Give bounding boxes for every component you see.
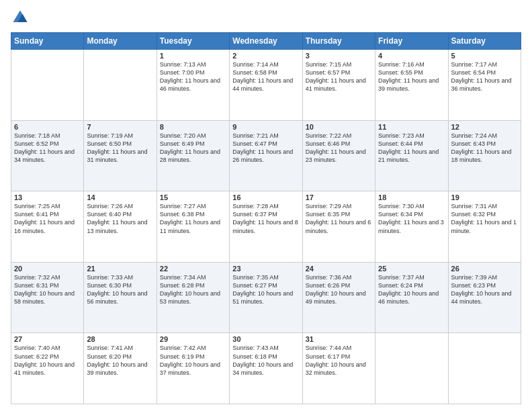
calendar-cell: 21Sunrise: 7:33 AM Sunset: 6:30 PM Dayli…	[84, 262, 157, 333]
day-number: 29	[160, 335, 226, 343]
calendar-page: SundayMondayTuesdayWednesdayThursdayFrid…	[0, 0, 532, 411]
calendar-cell: 25Sunrise: 7:37 AM Sunset: 6:24 PM Dayli…	[375, 262, 448, 333]
day-info: Sunrise: 7:24 AM Sunset: 6:43 PM Dayligh…	[451, 132, 518, 165]
calendar-cell: 29Sunrise: 7:42 AM Sunset: 6:19 PM Dayli…	[157, 333, 229, 404]
day-number: 3	[306, 52, 372, 60]
day-number: 9	[232, 123, 299, 131]
day-info: Sunrise: 7:28 AM Sunset: 6:37 PM Dayligh…	[232, 202, 299, 235]
calendar-cell: 16Sunrise: 7:28 AM Sunset: 6:37 PM Dayli…	[230, 191, 302, 263]
day-number: 2	[232, 52, 299, 60]
day-header-saturday: Saturday	[448, 33, 521, 50]
day-number: 16	[232, 193, 299, 201]
calendar-cell	[84, 50, 157, 121]
day-number: 17	[306, 193, 372, 201]
logo	[11, 8, 32, 27]
calendar-cell: 2Sunrise: 7:14 AM Sunset: 6:58 PM Daylig…	[230, 50, 302, 121]
day-header-monday: Monday	[84, 33, 157, 50]
calendar-week-row: 6Sunrise: 7:18 AM Sunset: 6:52 PM Daylig…	[11, 120, 521, 191]
day-number: 22	[160, 265, 226, 273]
day-number: 7	[87, 123, 153, 131]
day-header-tuesday: Tuesday	[157, 33, 229, 50]
day-info: Sunrise: 7:34 AM Sunset: 6:28 PM Dayligh…	[160, 273, 226, 306]
day-number: 4	[378, 52, 445, 60]
day-number: 19	[451, 193, 518, 201]
day-number: 30	[232, 335, 299, 343]
day-number: 28	[87, 335, 153, 343]
day-info: Sunrise: 7:33 AM Sunset: 6:30 PM Dayligh…	[87, 273, 153, 306]
day-number: 27	[14, 335, 81, 343]
calendar-cell: 6Sunrise: 7:18 AM Sunset: 6:52 PM Daylig…	[11, 120, 84, 191]
calendar-cell: 24Sunrise: 7:36 AM Sunset: 6:26 PM Dayli…	[302, 262, 375, 333]
day-number: 26	[451, 265, 518, 273]
day-info: Sunrise: 7:43 AM Sunset: 6:18 PM Dayligh…	[232, 344, 299, 377]
day-info: Sunrise: 7:20 AM Sunset: 6:49 PM Dayligh…	[160, 132, 226, 165]
calendar-cell: 22Sunrise: 7:34 AM Sunset: 6:28 PM Dayli…	[157, 262, 229, 333]
day-info: Sunrise: 7:31 AM Sunset: 6:32 PM Dayligh…	[451, 202, 518, 235]
calendar-cell: 13Sunrise: 7:25 AM Sunset: 6:41 PM Dayli…	[11, 191, 84, 263]
day-info: Sunrise: 7:23 AM Sunset: 6:44 PM Dayligh…	[378, 132, 445, 165]
calendar-cell: 11Sunrise: 7:23 AM Sunset: 6:44 PM Dayli…	[375, 120, 448, 191]
day-info: Sunrise: 7:22 AM Sunset: 6:46 PM Dayligh…	[306, 132, 372, 165]
calendar-cell: 27Sunrise: 7:40 AM Sunset: 6:22 PM Dayli…	[11, 333, 84, 404]
day-number: 31	[306, 335, 372, 343]
day-info: Sunrise: 7:13 AM Sunset: 7:00 PM Dayligh…	[160, 60, 226, 93]
day-number: 1	[160, 52, 226, 60]
calendar-cell: 30Sunrise: 7:43 AM Sunset: 6:18 PM Dayli…	[230, 333, 302, 404]
calendar-cell: 3Sunrise: 7:15 AM Sunset: 6:57 PM Daylig…	[302, 50, 375, 121]
calendar-cell: 20Sunrise: 7:32 AM Sunset: 6:31 PM Dayli…	[11, 262, 84, 333]
calendar-cell: 31Sunrise: 7:44 AM Sunset: 6:17 PM Dayli…	[302, 333, 375, 404]
calendar-cell: 1Sunrise: 7:13 AM Sunset: 7:00 PM Daylig…	[157, 50, 229, 121]
day-number: 13	[14, 193, 81, 201]
day-info: Sunrise: 7:39 AM Sunset: 6:23 PM Dayligh…	[451, 273, 518, 306]
day-info: Sunrise: 7:44 AM Sunset: 6:17 PM Dayligh…	[306, 344, 372, 377]
calendar-cell: 4Sunrise: 7:16 AM Sunset: 6:55 PM Daylig…	[375, 50, 448, 121]
calendar-cell: 9Sunrise: 7:21 AM Sunset: 6:47 PM Daylig…	[230, 120, 302, 191]
calendar-cell	[11, 50, 84, 121]
header	[11, 8, 521, 27]
calendar-cell: 19Sunrise: 7:31 AM Sunset: 6:32 PM Dayli…	[448, 191, 521, 263]
calendar-week-row: 13Sunrise: 7:25 AM Sunset: 6:41 PM Dayli…	[11, 191, 521, 263]
calendar-cell: 5Sunrise: 7:17 AM Sunset: 6:54 PM Daylig…	[448, 50, 521, 121]
day-info: Sunrise: 7:14 AM Sunset: 6:58 PM Dayligh…	[232, 60, 299, 93]
day-info: Sunrise: 7:17 AM Sunset: 6:54 PM Dayligh…	[451, 60, 518, 93]
day-info: Sunrise: 7:27 AM Sunset: 6:38 PM Dayligh…	[160, 202, 226, 235]
calendar-week-row: 27Sunrise: 7:40 AM Sunset: 6:22 PM Dayli…	[11, 333, 521, 404]
day-number: 21	[87, 265, 153, 273]
day-header-thursday: Thursday	[302, 33, 375, 50]
day-info: Sunrise: 7:42 AM Sunset: 6:19 PM Dayligh…	[160, 344, 226, 377]
day-info: Sunrise: 7:16 AM Sunset: 6:55 PM Dayligh…	[378, 60, 445, 93]
day-header-wednesday: Wednesday	[230, 33, 302, 50]
day-info: Sunrise: 7:19 AM Sunset: 6:50 PM Dayligh…	[87, 132, 153, 165]
calendar-cell: 23Sunrise: 7:35 AM Sunset: 6:27 PM Dayli…	[230, 262, 302, 333]
day-number: 18	[378, 193, 445, 201]
day-info: Sunrise: 7:15 AM Sunset: 6:57 PM Dayligh…	[306, 60, 372, 93]
calendar-table: SundayMondayTuesdayWednesdayThursdayFrid…	[11, 32, 521, 404]
day-info: Sunrise: 7:18 AM Sunset: 6:52 PM Dayligh…	[14, 132, 81, 165]
calendar-cell: 7Sunrise: 7:19 AM Sunset: 6:50 PM Daylig…	[84, 120, 157, 191]
calendar-header-row: SundayMondayTuesdayWednesdayThursdayFrid…	[11, 33, 521, 50]
logo-icon	[11, 8, 30, 27]
calendar-week-row: 20Sunrise: 7:32 AM Sunset: 6:31 PM Dayli…	[11, 262, 521, 333]
day-number: 20	[14, 265, 81, 273]
day-number: 5	[451, 52, 518, 60]
day-header-sunday: Sunday	[11, 33, 84, 50]
calendar-cell: 10Sunrise: 7:22 AM Sunset: 6:46 PM Dayli…	[302, 120, 375, 191]
day-info: Sunrise: 7:36 AM Sunset: 6:26 PM Dayligh…	[306, 273, 372, 306]
day-info: Sunrise: 7:35 AM Sunset: 6:27 PM Dayligh…	[232, 273, 299, 306]
day-info: Sunrise: 7:30 AM Sunset: 6:34 PM Dayligh…	[378, 202, 445, 235]
day-info: Sunrise: 7:32 AM Sunset: 6:31 PM Dayligh…	[14, 273, 81, 306]
day-number: 24	[306, 265, 372, 273]
day-number: 14	[87, 193, 153, 201]
day-info: Sunrise: 7:37 AM Sunset: 6:24 PM Dayligh…	[378, 273, 445, 306]
calendar-cell: 28Sunrise: 7:41 AM Sunset: 6:20 PM Dayli…	[84, 333, 157, 404]
calendar-cell: 26Sunrise: 7:39 AM Sunset: 6:23 PM Dayli…	[448, 262, 521, 333]
day-info: Sunrise: 7:21 AM Sunset: 6:47 PM Dayligh…	[232, 132, 299, 165]
day-number: 12	[451, 123, 518, 131]
day-number: 8	[160, 123, 226, 131]
calendar-cell: 14Sunrise: 7:26 AM Sunset: 6:40 PM Dayli…	[84, 191, 157, 263]
day-number: 15	[160, 193, 226, 201]
calendar-cell: 18Sunrise: 7:30 AM Sunset: 6:34 PM Dayli…	[375, 191, 448, 263]
day-number: 11	[378, 123, 445, 131]
day-info: Sunrise: 7:40 AM Sunset: 6:22 PM Dayligh…	[14, 344, 81, 377]
day-info: Sunrise: 7:26 AM Sunset: 6:40 PM Dayligh…	[87, 202, 153, 235]
